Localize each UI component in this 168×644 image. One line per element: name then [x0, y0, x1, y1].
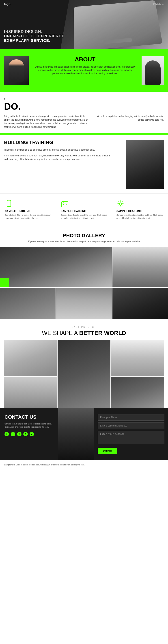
- training-para1: Teamwork is defined as a co-operative ef…: [4, 148, 121, 152]
- feature-item-2: SAMPLE HEADLINE Sample text. Click to se…: [60, 198, 108, 222]
- training-content: BUILDING TRAINING Teamwork is defined as…: [4, 140, 121, 163]
- mobile-icon: [5, 200, 13, 208]
- feature3-body: Sample text. Click to select the text bo…: [116, 214, 163, 220]
- project-image-3: [58, 340, 110, 408]
- training-person-silhouette: [126, 140, 164, 189]
- hero-keyboard-image: [74, 0, 163, 49]
- do-right: We help to capitalise on low hanging fru…: [93, 114, 164, 129]
- project-image-5: [111, 376, 164, 408]
- last-project-section: LAST PROJECT WE SHAPE A BETTER WORLD: [0, 319, 168, 408]
- gallery-section: PHOTO GALLERY If you're looking for a us…: [0, 226, 168, 319]
- social-icons: f t Y G p: [5, 432, 54, 436]
- contact-section: CONTACT US Sample text. Sample text. Cli…: [0, 408, 168, 460]
- page-number: PAGE 1: [153, 3, 164, 5]
- footer: Sample text. Click to select the text bo…: [0, 460, 168, 470]
- contact-title: CONTACT US: [5, 414, 54, 420]
- person1-silhouette: [9, 59, 24, 82]
- do-left: Bring to the table win-win survival stra…: [4, 114, 89, 129]
- do-number: 01: [4, 98, 164, 101]
- do-right-text: We help to capitalise on low hanging fru…: [93, 114, 164, 122]
- feature-item-1: SAMPLE HEADLINE Sample text. Click to se…: [4, 198, 52, 222]
- social-facebook-icon[interactable]: f: [5, 432, 9, 436]
- name-input[interactable]: [98, 414, 164, 421]
- do-body: Bring to the table win-win survival stra…: [4, 114, 89, 129]
- green-accent-bar: [0, 133, 168, 135]
- social-youtube-icon[interactable]: Y: [17, 432, 22, 436]
- feature2-headline: SAMPLE HEADLINE: [61, 210, 107, 212]
- submit-button[interactable]: SUBMIT: [98, 448, 117, 454]
- svg-point-8: [119, 203, 122, 205]
- feature-item-3: SAMPLE HEADLINE Sample text. Click to se…: [116, 198, 164, 222]
- about-person2-image: [141, 56, 164, 85]
- contact-form: SUBMIT: [94, 408, 168, 460]
- svg-rect-2: [62, 202, 68, 207]
- svg-rect-6: [63, 204, 64, 205]
- contact-body: Sample text. Sample text. Click to selec…: [5, 422, 54, 429]
- do-title: DO.: [4, 101, 164, 112]
- person2-silhouette: [145, 60, 160, 85]
- last-project-title-bold: BETTER WORLD: [79, 330, 126, 336]
- settings-icon: [116, 200, 124, 208]
- hero-line1: INSPIRED DESIGN.: [4, 30, 66, 34]
- project-image-1: [4, 340, 57, 376]
- gallery-subtitle: If you're looking for a user friendly an…: [4, 240, 164, 243]
- svg-rect-7: [66, 204, 67, 205]
- gallery-image-4: [56, 288, 112, 319]
- about-title: ABOUT: [32, 56, 138, 63]
- footer-text: Sample text. Click to select the text bo…: [4, 463, 164, 466]
- gallery-image-3: [0, 288, 56, 319]
- do-section: 01 DO. Bring to the table win-win surviv…: [0, 92, 168, 133]
- feature2-body: Sample text. Click to select the text bo…: [61, 214, 107, 220]
- hero-line3: EXEMPLARY SERVICE.: [4, 38, 66, 43]
- feature-divider-1: [56, 198, 56, 222]
- training-section: BUILDING TRAINING Teamwork is defined as…: [0, 135, 168, 193]
- social-twitter-icon[interactable]: t: [11, 432, 15, 436]
- feature-divider-2: [112, 198, 112, 222]
- contact-info: CONTACT US Sample text. Sample text. Cli…: [0, 408, 58, 460]
- hero-line2: UNPARALLELED EXPERIENCE.: [4, 34, 66, 38]
- email-input[interactable]: [98, 422, 164, 429]
- do-content: Bring to the table win-win survival stra…: [4, 114, 164, 129]
- message-input[interactable]: [98, 431, 164, 444]
- gallery-header: PHOTO GALLERY If you're looking for a us…: [0, 233, 168, 243]
- training-para2: It will help them define a common goal, …: [4, 154, 121, 161]
- gallery-image-1: [0, 247, 112, 287]
- about-body: Quickly incentivize impactful action ite…: [32, 65, 138, 75]
- about-person1-image: [4, 56, 29, 85]
- gallery-image-5: [112, 288, 168, 319]
- contact-person-image: [58, 408, 94, 460]
- about-section: ABOUT Quickly incentivize impactful acti…: [0, 49, 168, 92]
- contact-person-silhouette: [58, 408, 94, 460]
- gallery-title: PHOTO GALLERY: [4, 233, 164, 238]
- training-title: BUILDING TRAINING: [4, 140, 121, 146]
- feature1-body: Sample text. Click to select the text bo…: [5, 214, 52, 220]
- project-image-4: [4, 376, 57, 408]
- training-person-image: [126, 140, 164, 189]
- last-project-label: LAST PROJECT: [4, 326, 164, 328]
- logo: logo: [4, 3, 11, 6]
- about-content: ABOUT Quickly incentivize impactful acti…: [32, 56, 138, 75]
- svg-rect-0: [7, 200, 11, 206]
- gallery-image-2: [112, 247, 168, 287]
- hero-text: INSPIRED DESIGN. UNPARALLELED EXPERIENCE…: [4, 30, 66, 43]
- last-project-title: WE SHAPE A BETTER WORLD: [4, 330, 164, 336]
- social-google-icon[interactable]: G: [23, 432, 28, 436]
- project-image-2: [111, 340, 164, 376]
- feature1-headline: SAMPLE HEADLINE: [5, 210, 52, 212]
- feature3-headline: SAMPLE HEADLINE: [116, 210, 163, 212]
- hero-section: logo PAGE 1 INSPIRED DESIGN. UNPARALLELE…: [0, 0, 168, 49]
- calendar-icon: [61, 200, 69, 208]
- social-pinterest-icon[interactable]: p: [30, 432, 34, 436]
- last-project-title-normal: WE SHAPE A: [42, 330, 79, 336]
- features-section: SAMPLE HEADLINE Sample text. Click to se…: [0, 193, 168, 226]
- project-grid: [4, 340, 164, 408]
- gallery-grid: [0, 247, 168, 319]
